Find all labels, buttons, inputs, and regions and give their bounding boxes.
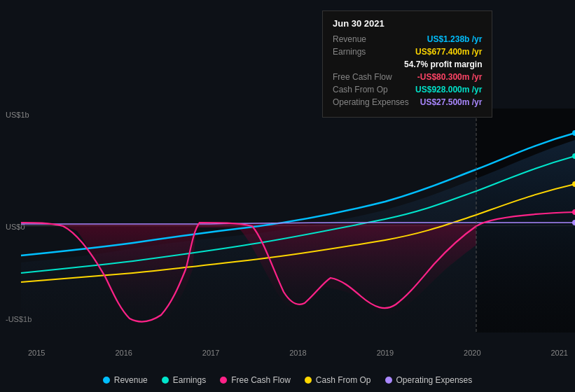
legend-dot-fcf	[220, 377, 227, 384]
chart-container: Jun 30 2021 Revenue US$1.238b /yr Earnin…	[0, 0, 575, 392]
tooltip-row-earnings: Earnings US$677.400m /yr	[333, 47, 482, 57]
x-label-2018: 2018	[289, 349, 306, 357]
legend-dot-revenue	[103, 377, 110, 384]
tooltip-label-cashop: Cash From Op	[333, 85, 388, 94]
x-label-2021: 2021	[550, 349, 567, 357]
x-axis: 2015 2016 2017 2018 2019 2020 2021	[21, 349, 575, 357]
chart-svg	[0, 108, 575, 332]
x-label-2019: 2019	[377, 349, 394, 357]
legend-dot-opex	[385, 377, 392, 384]
legend-label-earnings: Earnings	[173, 375, 206, 385]
legend-label-fcf: Free Cash Flow	[231, 375, 291, 385]
x-label-2016: 2016	[115, 349, 132, 357]
legend: Revenue Earnings Free Cash Flow Cash Fro…	[0, 375, 575, 385]
tooltip-row-cashop: Cash From Op US$928.000m /yr	[333, 85, 482, 94]
tooltip-row-fcf: Free Cash Flow -US$80.300m /yr	[333, 72, 482, 82]
tooltip-value-opex: US$27.500m /yr	[420, 97, 483, 107]
tooltip-row-margin: 54.7% profit margin	[333, 59, 482, 69]
legend-dot-earnings	[162, 377, 169, 384]
tooltip-value-cashop: US$928.000m /yr	[415, 85, 482, 94]
legend-label-cashop: Cash From Op	[316, 375, 371, 385]
legend-label-opex: Operating Expenses	[396, 375, 473, 385]
tooltip-value-earnings: US$677.400m /yr	[415, 47, 482, 57]
legend-label-revenue: Revenue	[114, 375, 148, 385]
tooltip-date: Jun 30 2021	[333, 18, 482, 29]
tooltip-value-fcf: -US$80.300m /yr	[417, 72, 483, 82]
legend-item-cashop[interactable]: Cash From Op	[305, 375, 371, 385]
tooltip-box: Jun 30 2021 Revenue US$1.238b /yr Earnin…	[322, 10, 492, 118]
svg-point-1	[572, 130, 575, 136]
x-label-2017: 2017	[202, 349, 219, 357]
tooltip-label-opex: Operating Expenses	[333, 97, 409, 107]
tooltip-label-fcf: Free Cash Flow	[333, 72, 392, 82]
tooltip-row-opex: Operating Expenses US$27.500m /yr	[333, 97, 482, 107]
x-label-2020: 2020	[464, 349, 480, 357]
tooltip-value-margin: 54.7% profit margin	[404, 59, 482, 69]
legend-dot-cashop	[305, 377, 312, 384]
tooltip-label-earnings: Earnings	[333, 47, 366, 57]
tooltip-row-revenue: Revenue US$1.238b /yr	[333, 34, 482, 44]
legend-item-fcf[interactable]: Free Cash Flow	[220, 375, 291, 385]
x-label-2015: 2015	[28, 349, 45, 357]
tooltip-label-revenue: Revenue	[333, 34, 366, 44]
legend-item-earnings[interactable]: Earnings	[162, 375, 206, 385]
legend-item-revenue[interactable]: Revenue	[103, 375, 148, 385]
tooltip-value-revenue: US$1.238b /yr	[427, 34, 483, 44]
legend-item-opex[interactable]: Operating Expenses	[385, 375, 473, 385]
